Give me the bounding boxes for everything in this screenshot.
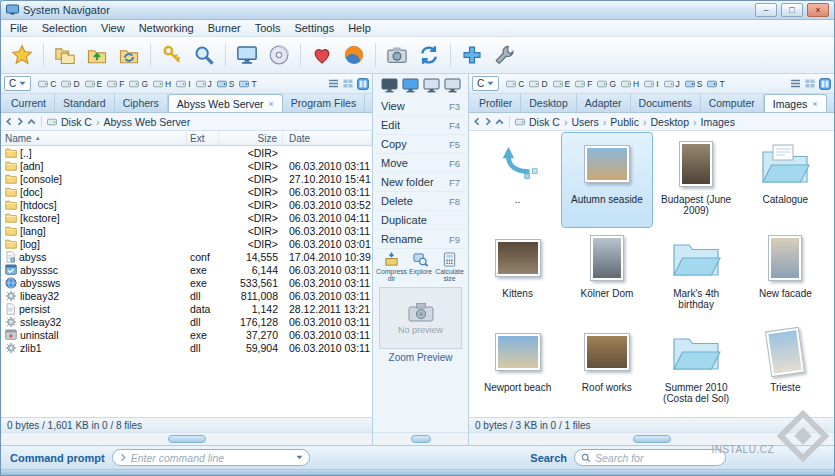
command-move-button[interactable]: MoveF6 xyxy=(376,154,465,173)
command-duplicate-button[interactable]: Duplicate xyxy=(376,211,465,230)
toolbar-network-computer-button[interactable] xyxy=(232,40,262,70)
maximize-button[interactable]: □ xyxy=(781,3,803,17)
view-grid-icon[interactable] xyxy=(343,79,353,88)
file-row-libeay32[interactable]: libeay32dll811,00806.03.2010 03:11 xyxy=(1,289,372,302)
item-catalogue[interactable]: Catalogue xyxy=(741,133,830,227)
file-row-abyssws[interactable]: abysswsexe533,56106.03.2010 03:11 xyxy=(1,276,372,289)
command-rename-button[interactable]: RenameF9 xyxy=(376,230,465,249)
forward-icon[interactable] xyxy=(484,117,492,126)
close-tab-icon[interactable]: × xyxy=(812,99,817,109)
right-horizontal-scrollbar[interactable] xyxy=(469,432,834,445)
tab-computer[interactable]: Computer xyxy=(701,94,764,112)
item-mark-s-4th-birthday[interactable]: Mark's 4th birthday xyxy=(652,227,741,321)
command-copy-button[interactable]: CopyF5 xyxy=(376,135,465,154)
item-autumn-seaside[interactable]: Autumn seaside xyxy=(562,133,651,227)
item-trieste[interactable]: Trieste xyxy=(741,321,830,415)
calculate-size-button[interactable]: Calculate size xyxy=(435,252,464,282)
breadcrumb-users[interactable]: Users xyxy=(570,116,599,128)
toolbar-disc-burner-button[interactable] xyxy=(264,40,294,70)
file-row-console[interactable]: [console]<DIR>27.10.2010 15:41 xyxy=(1,172,372,185)
up-icon[interactable] xyxy=(495,118,504,126)
toolbar-synchronize-button[interactable] xyxy=(414,40,444,70)
left-drive-d-button[interactable]: D xyxy=(59,76,81,92)
compress-dir-button[interactable]: Compress dir xyxy=(377,252,406,282)
file-row-htdocs[interactable]: [htdocs]<DIR>06.03.2010 03:52 xyxy=(1,198,372,211)
view-grid-icon[interactable] xyxy=(805,79,815,88)
computer-inactive-icon[interactable] xyxy=(444,78,461,93)
computer-active-icon[interactable] xyxy=(402,78,419,93)
tab-standard[interactable]: Standard xyxy=(55,94,115,112)
scrollbar-thumb[interactable] xyxy=(633,435,671,443)
menu-item-view[interactable]: View xyxy=(94,21,132,35)
breadcrumb-public[interactable]: Public xyxy=(609,116,640,128)
command-delete-button[interactable]: DeleteF8 xyxy=(376,192,465,211)
tab-program-files[interactable]: Program Files xyxy=(283,94,365,112)
file-row-adn[interactable]: [adn]<DIR>06.03.2010 03:11 xyxy=(1,159,372,172)
left-drive-g-button[interactable]: G xyxy=(127,76,150,92)
menu-item-settings[interactable]: Settings xyxy=(287,21,341,35)
item-new-facade[interactable]: New facade xyxy=(741,227,830,321)
tab-adapter[interactable]: Adapter xyxy=(577,94,631,112)
left-drive-t-button[interactable]: T xyxy=(237,76,258,92)
pane-options-icon[interactable] xyxy=(819,78,831,90)
file-row-zlib1[interactable]: zlib1dll59,90406.03.2010 03:11 xyxy=(1,341,372,354)
file-row-kcstore[interactable]: [kcstore]<DIR>06.03.2010 04:11 xyxy=(1,211,372,224)
right-drive-c-button[interactable]: C xyxy=(504,76,526,92)
right-drive-e-button[interactable]: E xyxy=(551,76,573,92)
right-drive-j-button[interactable]: J xyxy=(662,76,682,92)
menu-item-networking[interactable]: Networking xyxy=(132,21,201,35)
right-drive-selector[interactable]: C xyxy=(472,76,499,91)
item-roof-works[interactable]: Roof works xyxy=(562,321,651,415)
right-drive-i-button[interactable]: I xyxy=(642,76,660,92)
search-input[interactable] xyxy=(595,452,719,464)
tab-ciphers[interactable]: Ciphers xyxy=(115,94,168,112)
left-horizontal-scrollbar[interactable] xyxy=(1,432,372,445)
view-list-icon[interactable] xyxy=(328,79,339,88)
file-row-item[interactable]: [..]<DIR> xyxy=(1,146,372,159)
pane-options-icon[interactable] xyxy=(357,78,369,90)
scrollbar-thumb[interactable] xyxy=(168,435,206,443)
toolbar-disk-search-button[interactable] xyxy=(189,40,219,70)
middle-horizontal-scrollbar[interactable] xyxy=(373,432,468,445)
file-row-persist[interactable]: persistdata1,14228.12.2011 13:21 xyxy=(1,302,372,315)
tab-abyss-web-server[interactable]: Abyss Web Server× xyxy=(168,94,283,112)
file-row-doc[interactable]: [doc]<DIR>06.03.2010 03:11 xyxy=(1,185,372,198)
left-drive-e-button[interactable]: E xyxy=(83,76,105,92)
menu-item-file[interactable]: File xyxy=(3,21,35,35)
up-icon[interactable] xyxy=(27,118,36,126)
left-drive-s-button[interactable]: S xyxy=(215,76,237,92)
left-drive-selector[interactable]: C xyxy=(4,76,31,91)
file-row-abyss[interactable]: abyssconf14,55517.04.2010 10:39 xyxy=(1,250,372,263)
command-edit-button[interactable]: EditF4 xyxy=(376,116,465,135)
toolbar-favorites-star-button[interactable] xyxy=(7,40,37,70)
right-new-tab-button[interactable]: + xyxy=(827,94,835,112)
item-budapest-june-2009[interactable]: Budapest (June 2009) xyxy=(652,133,741,227)
close-button[interactable]: × xyxy=(807,3,829,17)
toolbar-snapshot-camera-button[interactable] xyxy=(382,40,412,70)
breadcrumb-images[interactable]: Images xyxy=(699,116,735,128)
menu-item-burner[interactable]: Burner xyxy=(201,21,248,35)
item-kittens[interactable]: Kittens xyxy=(473,227,562,321)
menu-item-selection[interactable]: Selection xyxy=(35,21,94,35)
column-header-date[interactable]: Date xyxy=(283,131,372,145)
left-drive-h-button[interactable]: H xyxy=(151,76,173,92)
scrollbar-thumb[interactable] xyxy=(411,435,431,443)
item-newport-beach[interactable]: Newport beach xyxy=(473,321,562,415)
item-parent-dir[interactable]: .. xyxy=(473,133,562,227)
toolbar-add-feature-button[interactable] xyxy=(457,40,487,70)
breadcrumb-disk-c[interactable]: Disk C xyxy=(60,116,93,128)
menu-item-help[interactable]: Help xyxy=(341,21,378,35)
forward-icon[interactable] xyxy=(16,117,24,126)
column-header-ext[interactable]: Ext xyxy=(187,131,219,145)
toolbar-favorites-heart-button[interactable] xyxy=(307,40,337,70)
computer-inactive-icon[interactable] xyxy=(423,78,440,93)
breadcrumb-disk-c[interactable]: Disk C xyxy=(528,116,561,128)
left-drive-f-button[interactable]: F xyxy=(105,76,126,92)
tab-documents[interactable]: Documents xyxy=(631,94,701,112)
title-bar[interactable]: System Navigator – □ × xyxy=(1,1,834,20)
right-drive-d-button[interactable]: D xyxy=(527,76,549,92)
toolbar-folder-sync-button[interactable] xyxy=(114,40,144,70)
file-row-lang[interactable]: [lang]<DIR>06.03.2010 03:11 xyxy=(1,224,372,237)
menu-item-tools[interactable]: Tools xyxy=(248,21,288,35)
file-row-log[interactable]: [log]<DIR>06.03.2010 03:01 xyxy=(1,237,372,250)
